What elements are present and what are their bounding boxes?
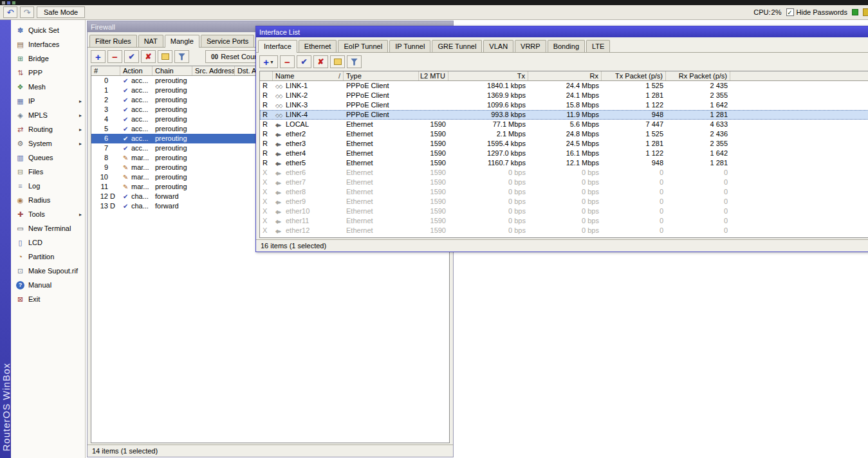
column-header-tx[interactable]: Tx xyxy=(448,71,528,80)
sidebar-item-make-supout-rif[interactable]: ⊡Make Supout.rif xyxy=(11,264,85,278)
add-dropdown-button[interactable]: +▼ xyxy=(259,55,278,68)
tab-filter-rules[interactable]: Filter Rules xyxy=(89,35,137,47)
sidebar-item-label: Log xyxy=(28,182,40,190)
remove-button[interactable]: − xyxy=(107,50,122,63)
interface-fill-cell xyxy=(730,139,868,149)
sidebar-item-lcd[interactable]: ▯LCD xyxy=(11,235,85,250)
tab-nat[interactable]: NAT xyxy=(138,35,163,47)
sidebar-item-tools[interactable]: ✚Tools▸ xyxy=(11,207,85,221)
table-row[interactable]: R◇◇LINK-2PPPoE Client1369.9 kbps24.1 Mbp… xyxy=(260,91,868,100)
table-row[interactable]: X◆▸ether6Ethernet15900 bps0 bps00 xyxy=(260,168,868,178)
remove-button[interactable]: − xyxy=(280,55,295,68)
sidebar-item-quick-set[interactable]: ✽Quick Set xyxy=(11,23,85,37)
sidebar-item-label: Radius xyxy=(28,196,50,204)
interface-name: ether7 xyxy=(286,178,306,186)
column-header-chain[interactable]: Chain xyxy=(152,66,192,75)
sidebar-item-mpls[interactable]: ◈MPLS▸ xyxy=(11,108,85,122)
column-header-l2-mtu[interactable]: L2 MTU xyxy=(419,71,448,80)
tab-gre-tunnel[interactable]: GRE Tunnel xyxy=(432,40,482,52)
sidebar-item-partition[interactable]: ◔Partition xyxy=(11,250,85,264)
sidebar-item-queues[interactable]: ▥Queues xyxy=(11,151,85,165)
pppoe-icon: ◇◇ xyxy=(275,111,286,120)
add-button[interactable]: + xyxy=(91,50,106,63)
column-header-flags[interactable] xyxy=(260,71,273,80)
sidebar-item-mesh[interactable]: ❖Mesh xyxy=(11,80,85,94)
interface-l2mtu-cell xyxy=(419,91,448,100)
toolbar-right: CPU:2% ✓ Hide Passwords xyxy=(753,8,865,16)
column-header-src-address[interactable]: Src. Address xyxy=(192,66,235,75)
filter-button[interactable] xyxy=(174,50,189,63)
disable-button[interactable]: ✘ xyxy=(141,50,156,63)
sidebar-item-log[interactable]: ≡Log xyxy=(11,179,85,193)
tab-vrrp[interactable]: VRRP xyxy=(515,40,546,52)
sidebar-item-ppp[interactable]: ⇅PPP xyxy=(11,66,85,80)
rule-chain-cell: prerouting xyxy=(152,114,192,124)
sidebar-item-new-terminal[interactable]: ▭New Terminal xyxy=(11,221,85,235)
table-row[interactable]: X◆▸ether8Ethernet15900 bps0 bps00 xyxy=(260,187,868,197)
column-header-name[interactable]: Name/ xyxy=(273,71,344,80)
table-row[interactable]: R◇◇LINK-4PPPoE Client993.8 kbps11.9 Mbps… xyxy=(260,110,868,120)
table-row[interactable]: R◆▸ether5Ethernet15901160.7 kbps12.1 Mbp… xyxy=(260,158,868,168)
interface-flag-cell: R xyxy=(260,91,273,100)
hide-passwords-checkbox[interactable]: ✓ xyxy=(786,8,794,16)
ip-icon: ▦ xyxy=(16,97,24,105)
enable-button[interactable]: ✔ xyxy=(124,50,139,63)
enable-button[interactable]: ✔ xyxy=(297,55,311,68)
interface-statusbar: 16 items (1 selected) xyxy=(256,239,868,252)
tab-eoip-tunnel[interactable]: EoIP Tunnel xyxy=(338,40,388,52)
sidebar-item-files[interactable]: ⊟Files xyxy=(11,165,85,179)
table-row[interactable]: X◆▸ether9Ethernet15900 bps0 bps00 xyxy=(260,197,868,206)
interface-flag-cell: X xyxy=(260,226,273,235)
sidebar-item-system[interactable]: ⚙System▸ xyxy=(11,136,85,151)
check-icon: ✔ xyxy=(123,201,131,211)
interface-tx-cell: 0 bps xyxy=(448,206,528,216)
table-row[interactable]: R◆▸ether3Ethernet15901595.4 kbps24.5 Mbp… xyxy=(260,139,868,149)
tab-interface[interactable]: Interface xyxy=(258,40,297,53)
tab-service-ports[interactable]: Service Ports xyxy=(201,35,254,47)
interface-tx-cell: 0 bps xyxy=(448,168,528,178)
interface-type-cell: Ethernet xyxy=(344,120,419,129)
table-row[interactable]: R◆▸ether4Ethernet15901297.0 kbps16.1 Mbp… xyxy=(260,149,868,158)
sidebar-item-exit[interactable]: ⊠Exit xyxy=(11,292,85,306)
table-row[interactable]: R◇◇LINK-1PPPoE Client1840.1 kbps24.4 Mbp… xyxy=(260,81,868,91)
interface-flag-cell: R xyxy=(260,158,273,168)
tab-ethernet[interactable]: Ethernet xyxy=(299,40,337,52)
tab-vlan[interactable]: VLAN xyxy=(483,40,513,52)
tab-bonding[interactable]: Bonding xyxy=(548,40,585,52)
column-header-action[interactable]: Action xyxy=(120,66,152,75)
table-row[interactable]: X◆▸ether7Ethernet15900 bps0 bps00 xyxy=(260,178,868,187)
column-header-col[interactable]: # xyxy=(91,66,120,75)
column-header-rx[interactable]: Rx xyxy=(528,71,602,80)
sidebar-item-routing[interactable]: ⇄Routing▸ xyxy=(11,122,85,136)
comment-button[interactable] xyxy=(330,55,345,68)
table-row[interactable]: R◇◇LINK-3PPPoE Client1099.6 kbps15.8 Mbp… xyxy=(260,100,868,110)
redo-button[interactable]: ↷ xyxy=(20,6,34,18)
tab-mangle[interactable]: Mangle xyxy=(165,35,199,48)
sidebar-item-interfaces[interactable]: ▤Interfaces xyxy=(11,37,85,51)
column-header-tx-packet-p-s[interactable]: Tx Packet (p/s) xyxy=(602,71,666,80)
undo-button[interactable]: ↶ xyxy=(3,6,17,18)
sidebar-item-manual[interactable]: ?Manual xyxy=(11,278,85,292)
sidebar-item-bridge[interactable]: ⊞Bridge xyxy=(11,51,85,66)
column-header-rx-packet-p-s[interactable]: Rx Packet (p/s) xyxy=(666,71,730,80)
table-row[interactable]: R◆▸ether2Ethernet15902.1 Mbps24.8 Mbps1 … xyxy=(260,129,868,139)
table-row[interactable]: R◆▸LOCALEthernet159077.1 Mbps5.6 Mbps7 4… xyxy=(260,120,868,129)
interface-name: LINK-4 xyxy=(286,111,308,118)
table-row[interactable]: X◆▸ether11Ethernet15900 bps0 bps00 xyxy=(260,216,868,226)
interface-rx-cell: 0 bps xyxy=(528,226,602,235)
table-row[interactable]: X◆▸ether10Ethernet15900 bps0 bps00 xyxy=(260,206,868,216)
interface-tx-cell: 0 bps xyxy=(448,226,528,235)
sidebar-item-ip[interactable]: ▦IP▸ xyxy=(11,94,85,108)
sidebar-item-radius[interactable]: ◉Radius xyxy=(11,193,85,207)
tab-ip-tunnel[interactable]: IP Tunnel xyxy=(389,40,430,52)
filter-button[interactable] xyxy=(347,55,362,68)
tab-lte[interactable]: LTE xyxy=(586,40,610,52)
disable-button[interactable]: ✘ xyxy=(313,55,328,68)
comment-button[interactable] xyxy=(158,50,172,63)
interface-list-titlebar[interactable]: Interface List xyxy=(256,26,868,37)
table-row[interactable]: X◆▸ether12Ethernet15900 bps0 bps00 xyxy=(260,226,868,235)
safe-mode-button[interactable]: Safe Mode xyxy=(37,6,85,18)
interface-rx-cell: 11.9 Mbps xyxy=(528,110,602,120)
column-header-type[interactable]: Type xyxy=(344,71,419,80)
rule-number-cell: 3 xyxy=(91,105,120,114)
